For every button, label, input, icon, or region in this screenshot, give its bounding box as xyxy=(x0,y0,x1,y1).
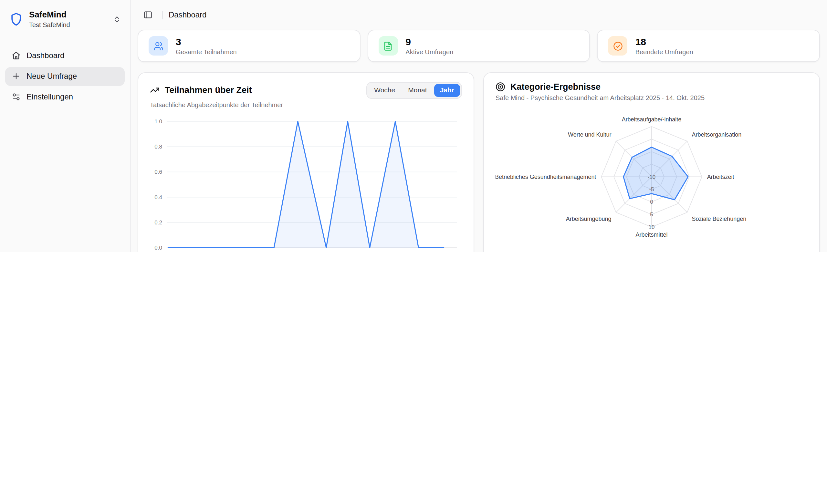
svg-text:5: 5 xyxy=(650,211,653,218)
svg-text:0.4: 0.4 xyxy=(154,194,162,200)
panel-left-icon xyxy=(143,10,152,19)
trending-up-icon xyxy=(150,86,159,95)
plus-icon xyxy=(12,72,21,81)
svg-text:0.6: 0.6 xyxy=(154,169,162,175)
sidebar-item-label: Neue Umfrage xyxy=(27,72,77,81)
stat-icon-tile xyxy=(608,36,628,55)
svg-text:-5: -5 xyxy=(649,186,654,192)
svg-text:0.2: 0.2 xyxy=(154,219,162,225)
topbar: Dashboard xyxy=(138,0,820,30)
house-icon xyxy=(12,51,21,60)
shield-logo-icon xyxy=(9,12,23,27)
svg-text:Arbeitszeit: Arbeitszeit xyxy=(707,174,734,180)
radar-chart: -10-50510Arbeitsaufgabe/-inhalteArbeitso… xyxy=(495,104,808,250)
radar-icon xyxy=(495,82,505,92)
users-icon xyxy=(153,41,163,51)
stat-label: Beendete Umfragen xyxy=(635,48,693,55)
stat-icon-tile xyxy=(149,36,168,55)
svg-text:Betriebliches Gesundheitsmanag: Betriebliches Gesundheitsmanagement xyxy=(495,174,596,180)
workspace-switcher[interactable]: SafeMind Test SafeMind xyxy=(5,5,125,34)
charts-row: Teilnahmen über Zeit Woche Monat Jahr Ta… xyxy=(138,72,820,252)
card-header: Kategorie-Ergebnisse xyxy=(495,82,808,92)
svg-text:10: 10 xyxy=(649,224,655,230)
stat-value: 9 xyxy=(405,36,453,48)
card-subtitle: Tatsächliche Abgabezeitpunkte der Teilne… xyxy=(150,101,462,108)
svg-text:Arbeitsumgebung: Arbeitsumgebung xyxy=(566,216,612,222)
card-title: Teilnahmen über Zeit xyxy=(165,86,252,95)
stat-label: Aktive Umfragen xyxy=(405,48,453,55)
stat-cards: 3 Gesamte Teilnahmen 9 Aktive Umfragen xyxy=(138,30,820,62)
svg-text:Werte und Kultur: Werte und Kultur xyxy=(568,132,611,138)
svg-text:Arbeitsaufgabe/-inhalte: Arbeitsaufgabe/-inhalte xyxy=(622,116,682,123)
sidebar-nav: Dashboard Neue Umfrage Einstellungen xyxy=(5,47,125,107)
stat-icon-tile xyxy=(378,36,398,55)
app-root: SafeMind Test SafeMind Dashboard Neue Um… xyxy=(0,0,827,252)
app-name: SafeMind xyxy=(29,10,70,20)
category-results-card: Kategorie-Ergebnisse Safe Mind - Psychis… xyxy=(483,72,820,252)
breadcrumb: Dashboard xyxy=(168,10,206,19)
stat-card-beendete-umfragen: 18 Beendete Umfragen xyxy=(597,30,820,62)
svg-text:1.0: 1.0 xyxy=(154,118,162,124)
svg-text:0.0: 0.0 xyxy=(154,244,162,251)
sidebar-item-dashboard[interactable]: Dashboard xyxy=(5,47,125,65)
chevrons-up-down-icon xyxy=(113,15,121,23)
range-jahr-button[interactable]: Jahr xyxy=(434,84,460,97)
stat-texts: 18 Beendete Umfragen xyxy=(635,36,693,55)
sidebar-item-neue-umfrage[interactable]: Neue Umfrage xyxy=(5,67,125,86)
stat-card-teilnahmen: 3 Gesamte Teilnahmen xyxy=(138,30,360,62)
stat-card-aktive-umfragen: 9 Aktive Umfragen xyxy=(367,30,590,62)
sidebar-item-einstellungen[interactable]: Einstellungen xyxy=(5,88,125,107)
stat-value: 18 xyxy=(635,36,693,48)
check-circle-icon xyxy=(613,41,623,51)
sidebar: SafeMind Test SafeMind Dashboard Neue Um… xyxy=(0,0,131,252)
settings-icon xyxy=(12,93,21,102)
line-chart: 0.00.20.40.60.81.0May 25Nov 25 xyxy=(150,116,462,252)
card-title: Kategorie-Ergebnisse xyxy=(510,82,600,92)
svg-text:Arbeitsorganisation: Arbeitsorganisation xyxy=(692,132,742,138)
time-range-segmented-control: Woche Monat Jahr xyxy=(366,82,462,98)
svg-text:0.8: 0.8 xyxy=(154,143,162,150)
sidebar-item-label: Dashboard xyxy=(27,51,64,60)
range-woche-button[interactable]: Woche xyxy=(368,84,401,97)
stat-value: 3 xyxy=(176,36,237,48)
workspace-info: SafeMind Test SafeMind xyxy=(29,10,70,29)
workspace-name: Test SafeMind xyxy=(29,21,70,29)
card-subtitle: Safe Mind - Psychische Gesundheit am Arb… xyxy=(495,94,808,101)
participation-over-time-card: Teilnahmen über Zeit Woche Monat Jahr Ta… xyxy=(138,72,474,252)
stat-label: Gesamte Teilnahmen xyxy=(176,48,237,55)
file-text-icon xyxy=(383,41,393,51)
main-content: Dashboard 3 Gesamte Teilnahmen 9 Aktiv xyxy=(131,0,827,252)
svg-text:0: 0 xyxy=(650,199,653,205)
svg-text:-10: -10 xyxy=(648,174,656,180)
card-header: Teilnahmen über Zeit Woche Monat Jahr xyxy=(150,82,462,98)
sidebar-item-label: Einstellungen xyxy=(27,93,73,102)
sidebar-toggle-button[interactable] xyxy=(140,6,156,23)
range-monat-button[interactable]: Monat xyxy=(402,84,433,97)
svg-text:Soziale Beziehungen: Soziale Beziehungen xyxy=(692,216,746,222)
svg-text:Arbeitsmittel: Arbeitsmittel xyxy=(636,232,668,238)
stat-texts: 3 Gesamte Teilnahmen xyxy=(176,36,237,55)
stat-texts: 9 Aktive Umfragen xyxy=(405,36,453,55)
divider xyxy=(162,11,163,19)
